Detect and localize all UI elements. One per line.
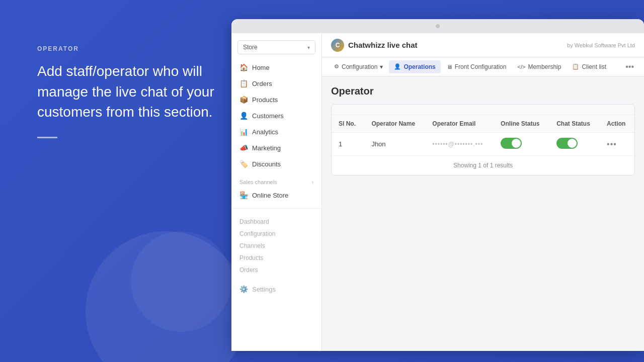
cell-chat-status (549, 133, 600, 156)
by-text: by Webkul Software Pvt Ltd (567, 42, 635, 48)
browser-mockup: Store ▾ 🏠 Home 📋 Orders 📦 Products 👤 (231, 19, 644, 351)
table-row: 1 Jhon ••••••@•••••••.••• (332, 133, 634, 156)
tab-client-list[interactable]: 📋 Client list (567, 60, 611, 73)
online-store-icon: 🏪 (239, 191, 248, 199)
page-body: Operator Sl No. Operator Name Operator E… (322, 76, 644, 185)
front-config-icon: 🖥 (447, 64, 452, 70)
col-chat-status: Chat Status (549, 115, 600, 133)
chevron-down-icon: ▾ (380, 63, 383, 70)
browser-dot (436, 24, 440, 28)
decorative-circle-2 (131, 231, 231, 332)
operator-table: Sl No. Operator Name Operator Email Onli… (332, 115, 634, 156)
secondary-nav-channels[interactable]: Channels (239, 240, 313, 252)
home-icon: 🏠 (239, 63, 248, 71)
sidebar-item-label: Products (252, 96, 278, 104)
marketing-icon: 📣 (239, 144, 248, 152)
online-status-toggle[interactable] (501, 138, 522, 149)
customers-icon: 👤 (239, 112, 248, 120)
secondary-nav: Dashboard Configuration Channels Product… (231, 208, 321, 279)
more-tabs-button[interactable]: ••• (622, 60, 637, 73)
chat-status-toggle[interactable] (556, 138, 578, 149)
sidebar-item-label: Customers (252, 112, 284, 120)
operations-icon: 👤 (394, 63, 401, 70)
nav-list: 🏠 Home 📋 Orders 📦 Products 👤 Customers 📊 (231, 59, 321, 176)
browser-bar (231, 19, 644, 33)
membership-icon: </> (517, 64, 525, 70)
sidebar-item-products[interactable]: 📦 Products (231, 92, 321, 108)
cell-action: ••• (600, 133, 634, 156)
tab-front-configuration[interactable]: 🖥 Front Configuration (442, 60, 512, 73)
sidebar: Store ▾ 🏠 Home 📋 Orders 📦 Products 👤 (231, 33, 322, 351)
sidebar-item-analytics[interactable]: 📊 Analytics (231, 124, 321, 140)
table-header-row: Sl No. Operator Name Operator Email Onli… (332, 115, 634, 133)
sidebar-item-orders[interactable]: 📋 Orders (231, 75, 321, 92)
cell-sl-no: 1 (332, 133, 364, 156)
left-panel: OPERATOR Add staff/operator who will man… (37, 45, 228, 138)
tab-configuration[interactable]: ⚙ Configuration ▾ (329, 60, 388, 73)
col-operator-email: Operator Email (425, 115, 494, 133)
sidebar-item-label: Home (252, 64, 270, 71)
nav-tabs: ⚙ Configuration ▾ 👤 Operations 🖥 Front C… (322, 57, 644, 76)
showing-text: Showing 1 of 1 results (332, 156, 634, 175)
sidebar-item-label: Online Store (252, 192, 288, 199)
app-title-container: C Chatwhizz live chat (331, 39, 418, 52)
secondary-nav-configuration[interactable]: Configuration (239, 228, 313, 240)
sidebar-item-discounts[interactable]: 🏷️ Discounts (231, 156, 321, 172)
divider (37, 137, 57, 138)
page-title: Operator (331, 85, 635, 97)
action-menu-button[interactable]: ••• (607, 140, 617, 148)
secondary-nav-orders[interactable]: Orders (239, 264, 313, 276)
sidebar-item-home[interactable]: 🏠 Home (231, 59, 321, 75)
sidebar-item-label: Analytics (252, 128, 278, 136)
tab-membership[interactable]: </> Membership (512, 60, 566, 73)
operator-description: Add staff/operator who will manage the l… (37, 61, 228, 123)
sidebar-item-online-store[interactable]: 🏪 Online Store (231, 187, 321, 203)
client-list-icon: 📋 (572, 63, 579, 70)
settings-icon: ⚙️ (239, 285, 248, 293)
chevron-right-icon: › (312, 179, 313, 185)
store-selector[interactable]: Store ▾ (237, 40, 315, 54)
sidebar-item-label: Settings (252, 286, 276, 293)
col-operator-name: Operator Name (364, 115, 425, 133)
app-title-text: Chatwhizz live chat (348, 41, 418, 49)
sidebar-item-label: Marketing (252, 144, 281, 152)
table-search-bar (332, 105, 634, 115)
secondary-nav-dashboard[interactable]: Dashboard (239, 216, 313, 228)
tab-operations[interactable]: 👤 Operations (389, 60, 440, 73)
cell-online-status (494, 133, 549, 156)
sidebar-item-marketing[interactable]: 📣 Marketing (231, 140, 321, 156)
sales-channels-section: Sales channels › (231, 176, 321, 187)
chevron-down-icon: ▾ (307, 45, 310, 50)
sales-channels-label[interactable]: Sales channels › (239, 179, 313, 185)
col-action: Action (600, 115, 634, 133)
sidebar-item-settings[interactable]: ⚙️ Settings (231, 281, 321, 297)
operator-table-card: Sl No. Operator Name Operator Email Onli… (331, 104, 635, 175)
sidebar-item-label: Discounts (252, 160, 281, 168)
app-logo: C (331, 39, 344, 52)
configuration-icon: ⚙ (334, 63, 339, 70)
top-bar: C Chatwhizz live chat by Webkul Software… (322, 33, 644, 57)
operator-label: OPERATOR (37, 45, 228, 52)
cell-operator-name: Jhon (364, 133, 425, 156)
products-icon: 📦 (239, 96, 248, 104)
app-layout: Store ▾ 🏠 Home 📋 Orders 📦 Products 👤 (231, 33, 644, 351)
orders-icon: 📋 (239, 79, 248, 87)
main-content: C Chatwhizz live chat by Webkul Software… (322, 33, 644, 351)
secondary-nav-products[interactable]: Products (239, 252, 313, 264)
cell-operator-email: ••••••@•••••••.••• (425, 133, 494, 156)
discounts-icon: 🏷️ (239, 160, 248, 168)
store-selector-label: Store (243, 44, 258, 51)
col-online-status: Online Status (494, 115, 549, 133)
sidebar-item-customers[interactable]: 👤 Customers (231, 108, 321, 124)
col-sl-no: Sl No. (332, 115, 364, 133)
analytics-icon: 📊 (239, 128, 248, 136)
sidebar-item-label: Orders (252, 80, 272, 87)
